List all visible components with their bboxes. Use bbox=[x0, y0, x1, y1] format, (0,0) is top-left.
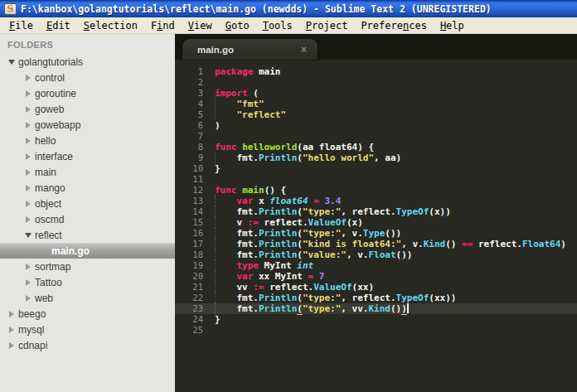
code-line-text: fmt.Println("hello world", aa) bbox=[215, 152, 401, 163]
triangle-right-icon[interactable] bbox=[22, 216, 35, 223]
sidebar-item-beego[interactable]: beego bbox=[0, 306, 175, 322]
code-token-kw: type bbox=[237, 260, 259, 271]
code-token-str: "kind is float64:" bbox=[303, 239, 401, 249]
menu-item-view[interactable]: View bbox=[182, 19, 219, 32]
menu-item-file[interactable]: File bbox=[2, 19, 40, 32]
menu-item-project[interactable]: Project bbox=[299, 19, 355, 32]
line-number: 20 bbox=[175, 271, 203, 282]
code-line[interactable]: 14 fmt.Println("type:", reflect.TypeOf(x… bbox=[175, 206, 577, 217]
code-line[interactable]: 17 fmt.Println("kind is float64:", v.Kin… bbox=[175, 239, 577, 249]
code-line[interactable]: 1package main bbox=[175, 66, 577, 77]
triangle-down-icon[interactable] bbox=[5, 60, 18, 65]
code-line[interactable]: 6) bbox=[175, 120, 577, 131]
code-line[interactable]: 16 fmt.Println("type:", v.Type()) bbox=[175, 228, 577, 239]
triangle-right-icon[interactable] bbox=[22, 122, 35, 128]
code-line[interactable]: 13 var x float64 = 3.4 bbox=[175, 196, 577, 206]
menu-item-preferences[interactable]: Preferences bbox=[354, 19, 434, 32]
code-line[interactable]: 12func main() { bbox=[175, 185, 577, 196]
code-token-kw: = bbox=[313, 196, 319, 206]
code-line[interactable]: 8func helloworld(aa float64) { bbox=[175, 142, 577, 152]
triangle-right-icon[interactable] bbox=[22, 185, 35, 191]
triangle-right-icon[interactable] bbox=[22, 279, 35, 286]
code-token-call: ValueOf bbox=[313, 282, 352, 293]
line-number: 8 bbox=[175, 142, 203, 152]
menu-item-tools[interactable]: Tools bbox=[256, 19, 299, 32]
indent-guide bbox=[215, 281, 216, 293]
code-token-p: , reflect. bbox=[341, 293, 395, 303]
menu-item-selection[interactable]: Selection bbox=[77, 19, 144, 32]
code-line[interactable]: 22 fmt.Println("type:", reflect.TypeOf(x… bbox=[175, 293, 577, 303]
sidebar-item-mysql[interactable]: mysql bbox=[0, 322, 175, 337]
sidebar-item-golangtutorials[interactable]: golangtutorials bbox=[0, 54, 175, 70]
sidebar-item-sortmap[interactable]: sortmap bbox=[0, 259, 175, 274]
code-token-p: ( bbox=[297, 152, 303, 163]
code-line[interactable]: 7 bbox=[175, 131, 577, 142]
sidebar-item-tattoo[interactable]: Tattoo bbox=[0, 274, 175, 290]
code-line[interactable]: 15 v := reflect.ValueOf(x) bbox=[175, 217, 577, 228]
triangle-right-icon[interactable] bbox=[22, 153, 35, 160]
triangle-right-icon[interactable] bbox=[22, 90, 35, 97]
sidebar-item-object[interactable]: object bbox=[0, 196, 175, 211]
triangle-right-icon[interactable] bbox=[22, 75, 35, 81]
triangle-right-icon[interactable] bbox=[5, 342, 18, 349]
triangle-right-icon[interactable] bbox=[5, 327, 18, 333]
code-line[interactable]: 18 fmt.Println("value:", v.Float()) bbox=[175, 249, 577, 260]
code-line-text: } bbox=[215, 163, 221, 174]
sidebar-item-oscmd[interactable]: oscmd bbox=[0, 211, 175, 227]
code-token-call: TypeOf bbox=[396, 293, 429, 303]
sidebar-item-mango[interactable]: mango bbox=[0, 180, 175, 196]
code-line[interactable]: 4 "fmt" bbox=[175, 99, 577, 109]
triangle-down-icon[interactable] bbox=[22, 233, 35, 238]
code-line[interactable]: 9 fmt.Println("hello world", aa) bbox=[175, 152, 577, 163]
sidebar-item-reflect[interactable]: reflect bbox=[0, 227, 175, 243]
code-token-p bbox=[215, 260, 237, 271]
line-number: 12 bbox=[175, 185, 203, 196]
menu-item-find[interactable]: Find bbox=[144, 19, 182, 32]
code-line-text: var x float64 = 3.4 bbox=[215, 196, 341, 206]
triangle-right-icon[interactable] bbox=[22, 201, 35, 207]
menu-item-goto[interactable]: Goto bbox=[219, 19, 256, 32]
triangle-right-icon[interactable] bbox=[22, 106, 35, 113]
sidebar-item-interface[interactable]: interface bbox=[0, 148, 175, 164]
triangle-right-icon[interactable] bbox=[22, 138, 35, 144]
code-area[interactable]: 1package main23import (4 "fmt"5 "reflect… bbox=[175, 60, 577, 392]
sidebar-item-goroutine[interactable]: goroutine bbox=[0, 85, 175, 101]
tab-main-go[interactable]: main.go × bbox=[182, 39, 318, 60]
sidebar-item-goweb[interactable]: goweb bbox=[0, 101, 175, 117]
triangle-right-icon[interactable] bbox=[22, 264, 35, 270]
code-line[interactable]: 19 type MyInt int bbox=[175, 260, 577, 271]
sidebar-item-cdnapi[interactable]: cdnapi bbox=[0, 337, 175, 353]
code-line[interactable]: 5 "reflect" bbox=[175, 109, 577, 120]
sidebar-item-hello[interactable]: hello bbox=[0, 133, 175, 148]
code-line[interactable]: 20 var xx MyInt = 7 bbox=[175, 271, 577, 282]
code-line[interactable]: 3import ( bbox=[175, 88, 577, 99]
code-line[interactable]: 24} bbox=[175, 314, 577, 325]
code-token-p: () { bbox=[264, 185, 287, 196]
menu-item-help[interactable]: Help bbox=[434, 19, 471, 32]
code-token-p: , reflect. bbox=[341, 206, 395, 217]
sidebar-item-web[interactable]: web bbox=[0, 290, 175, 306]
code-line[interactable]: 11 bbox=[175, 174, 577, 185]
code-line[interactable]: 10} bbox=[175, 163, 577, 174]
sidebar-item-main[interactable]: main bbox=[0, 164, 175, 180]
code-line[interactable]: 2 bbox=[175, 77, 577, 88]
sidebar-item-main-go[interactable]: main.go bbox=[0, 243, 175, 259]
sidebar-item-control[interactable]: control bbox=[0, 70, 175, 85]
code-token-p: } bbox=[215, 314, 221, 325]
code-token-num: 3.4 bbox=[324, 196, 341, 206]
triangle-right-icon[interactable] bbox=[5, 311, 18, 317]
code-token-kw: package bbox=[215, 66, 253, 77]
triangle-right-icon[interactable] bbox=[22, 295, 35, 302]
code-token-p: main bbox=[253, 66, 280, 77]
code-token-call: Println bbox=[259, 293, 297, 303]
close-icon[interactable]: × bbox=[301, 45, 307, 55]
code-line[interactable]: 21 vv := reflect.ValueOf(xx) bbox=[175, 282, 577, 293]
triangle-right-icon[interactable] bbox=[22, 169, 35, 176]
line-number: 1 bbox=[175, 66, 203, 77]
menu-item-edit[interactable]: Edit bbox=[40, 19, 77, 32]
line-number: 10 bbox=[175, 163, 203, 174]
code-line[interactable]: 25 bbox=[175, 325, 577, 336]
indent-guide bbox=[215, 270, 216, 282]
sidebar-item-gowebapp[interactable]: gowebapp bbox=[0, 117, 175, 133]
code-line-current[interactable]: 23 fmt.Println("type:", vv.Kind()) bbox=[175, 303, 577, 314]
